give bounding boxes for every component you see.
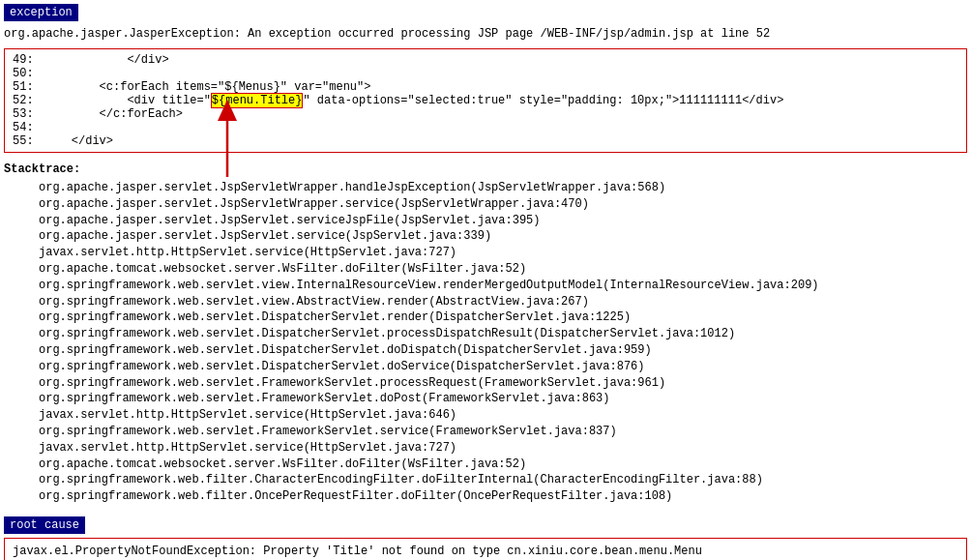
root-cause-lines: javax.el.PropertyNotFoundException: Prop…: [13, 543, 958, 560]
code-lines: 49: </div>50:51: <c:forEach items="${Men…: [13, 53, 958, 148]
code-block: 49: </div>50:51: <c:forEach items="${Men…: [4, 48, 967, 153]
root-cause-line: javax.el.PropertyNotFoundException: Prop…: [13, 543, 958, 560]
stacktrace-line: javax.servlet.http.HttpServlet.service(H…: [39, 407, 967, 424]
root-cause-block: javax.el.PropertyNotFoundException: Prop…: [4, 538, 967, 560]
code-line: 51: <c:forEach items="${Menus}" var="men…: [13, 80, 958, 94]
stacktrace-line: org.apache.tomcat.websocket.server.WsFil…: [39, 457, 967, 473]
code-line: 53: </c:forEach>: [13, 107, 958, 121]
stacktrace-header: Stacktrace:: [0, 161, 971, 178]
stacktrace-line: org.springframework.web.servlet.Dispatch…: [39, 342, 967, 359]
code-line: 52: <div title="${menu.Title}" data-opti…: [13, 94, 958, 107]
stacktrace-line: org.apache.tomcat.websocket.server.WsFil…: [39, 261, 967, 278]
line-content: </div>: [44, 53, 958, 67]
line-number: 55:: [13, 134, 44, 148]
line-content: </c:forEach>: [44, 107, 958, 121]
line-number: 51:: [13, 80, 44, 94]
page-container: exception org.apache.jasper.JasperExcept…: [0, 0, 971, 560]
stacktrace-line: org.springframework.web.servlet.Framewor…: [39, 424, 967, 440]
stacktrace-line: javax.servlet.http.HttpServlet.service(H…: [39, 440, 967, 457]
line-number: 49:: [13, 53, 44, 67]
stacktrace-line: org.apache.jasper.servlet.JspServlet.ser…: [39, 213, 967, 229]
code-line: 49: </div>: [13, 53, 958, 67]
stacktrace-line: org.springframework.web.filter.Character…: [39, 472, 967, 488]
code-line: 54:: [13, 121, 958, 134]
stacktrace-line: javax.servlet.http.HttpServlet.service(H…: [39, 245, 967, 261]
code-line: 50:: [13, 67, 958, 80]
exception-header: exception: [4, 4, 78, 21]
stacktrace-block: org.apache.jasper.servlet.JspServletWrap…: [0, 180, 971, 513]
stacktrace-line: org.springframework.web.servlet.Framewor…: [39, 391, 967, 407]
stacktrace-line: org.apache.jasper.servlet.JspServletWrap…: [39, 196, 967, 213]
stacktrace-line: org.springframework.web.filter.OncePerRe…: [39, 488, 967, 505]
line-number: 50:: [13, 67, 44, 80]
line-content: <c:forEach items="${Menus}" var="menu">: [44, 80, 958, 94]
stacktrace-line: org.springframework.web.servlet.Dispatch…: [39, 359, 967, 375]
line-content: </div>: [44, 134, 958, 148]
line-content: <div title="${menu.Title}" data-options=…: [44, 94, 958, 107]
stacktrace-line: org.apache.jasper.servlet.JspServlet.ser…: [39, 228, 967, 245]
stacktrace-line: org.springframework.web.servlet.Dispatch…: [39, 326, 967, 342]
root-cause-header: root cause: [4, 516, 85, 534]
line-number: 53:: [13, 107, 44, 121]
exception-message: org.apache.jasper.JasperException: An ex…: [0, 25, 971, 43]
code-line: 55: </div>: [13, 134, 958, 148]
line-number: 54:: [13, 121, 44, 134]
line-number: 52:: [13, 94, 44, 107]
stacktrace-line: org.springframework.web.servlet.view.Abs…: [39, 294, 967, 310]
stacktrace-line: org.apache.jasper.servlet.JspServletWrap…: [39, 180, 967, 196]
stacktrace-line: org.springframework.web.servlet.view.Int…: [39, 278, 967, 294]
stacktrace-line: org.springframework.web.servlet.Dispatch…: [39, 309, 967, 326]
stacktrace-line: org.springframework.web.servlet.Framewor…: [39, 375, 967, 392]
